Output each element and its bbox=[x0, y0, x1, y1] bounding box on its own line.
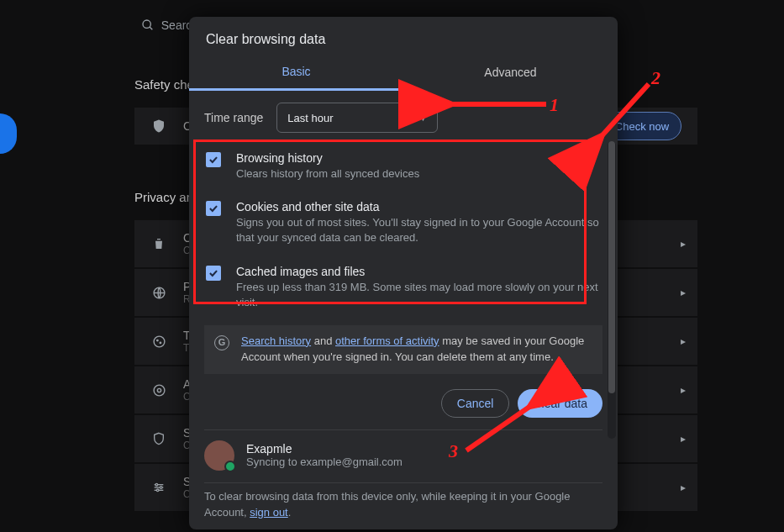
security-icon bbox=[150, 383, 168, 398]
chevron-down-icon: ▼ bbox=[418, 113, 427, 123]
checkbox-cookies[interactable] bbox=[206, 201, 221, 216]
scrollbar[interactable] bbox=[608, 141, 616, 439]
checkbox-browsing-history[interactable] bbox=[206, 152, 221, 167]
tab-basic[interactable]: Basic bbox=[189, 54, 403, 91]
time-range-label: Time range bbox=[204, 111, 263, 124]
tab-advanced[interactable]: Advanced bbox=[403, 54, 618, 91]
avatar bbox=[204, 440, 234, 471]
time-range-row: Time range Last hour ▼ bbox=[204, 103, 602, 133]
option-desc: Frees up less than 319 MB. Some sites ma… bbox=[236, 280, 601, 310]
svg-line-1 bbox=[150, 27, 152, 29]
search-icon bbox=[141, 18, 155, 32]
dialog-title: Clear browsing data bbox=[189, 17, 618, 54]
account-row: Exapmle Syncing to example@gmail.com bbox=[189, 430, 618, 482]
account-name: Exapmle bbox=[246, 442, 403, 456]
time-range-select[interactable]: Last hour ▼ bbox=[276, 103, 438, 133]
dialog-tabs: Basic Advanced bbox=[189, 54, 618, 91]
checkbox-cache[interactable] bbox=[206, 266, 221, 281]
svg-point-8 bbox=[157, 388, 160, 392]
chevron-right-icon: ▸ bbox=[681, 238, 686, 250]
cancel-button[interactable]: Cancel bbox=[441, 389, 510, 418]
account-sync-status: Syncing to example@gmail.com bbox=[246, 456, 403, 468]
google-info-row: G Search history and other forms of acti… bbox=[204, 325, 602, 374]
svg-point-14 bbox=[156, 489, 159, 492]
chevron-right-icon: ▸ bbox=[681, 433, 686, 445]
link-sign-out[interactable]: sign out bbox=[250, 506, 288, 519]
svg-point-0 bbox=[143, 20, 150, 28]
svg-point-13 bbox=[160, 487, 162, 489]
shield-icon bbox=[150, 432, 168, 445]
option-desc: Clears history from all synced devices bbox=[236, 166, 419, 182]
svg-point-6 bbox=[160, 342, 160, 343]
chevron-right-icon: ▸ bbox=[681, 482, 686, 493]
dialog-buttons: Cancel Clear data bbox=[189, 374, 618, 429]
google-icon: G bbox=[214, 335, 229, 350]
option-title: Cached images and files bbox=[236, 265, 601, 278]
option-cookies: Cookies and other site data Signs you ou… bbox=[204, 193, 602, 257]
tune-icon bbox=[150, 481, 168, 494]
sync-status-dot bbox=[224, 461, 236, 472]
time-range-value: Last hour bbox=[287, 112, 333, 124]
cookie-icon bbox=[150, 334, 168, 349]
option-desc: Signs you out of most sites. You'll stay… bbox=[236, 215, 601, 245]
option-title: Browsing history bbox=[236, 151, 419, 165]
svg-point-4 bbox=[154, 336, 165, 347]
footer-note: To clear browsing data from this device … bbox=[189, 483, 618, 532]
svg-point-7 bbox=[154, 385, 165, 396]
svg-point-5 bbox=[156, 340, 157, 340]
option-browsing-history: Browsing history Clears history from all… bbox=[204, 145, 602, 193]
chevron-right-icon: ▸ bbox=[681, 335, 686, 347]
scroll-thumb[interactable] bbox=[608, 141, 615, 393]
clear-data-button[interactable]: Clear data bbox=[518, 389, 602, 418]
option-title: Cookies and other site data bbox=[236, 200, 601, 213]
link-search-history[interactable]: Search history bbox=[241, 334, 311, 347]
svg-point-12 bbox=[155, 483, 158, 486]
trash-icon bbox=[150, 237, 168, 250]
option-cache: Cached images and files Frees up less th… bbox=[204, 258, 602, 322]
sidebar-active-indicator bbox=[0, 113, 17, 154]
dialog-body: Time range Last hour ▼ Browsing history … bbox=[189, 91, 618, 374]
link-other-activity[interactable]: other forms of activity bbox=[335, 334, 439, 347]
shield-icon bbox=[150, 119, 168, 134]
globe-icon bbox=[150, 286, 168, 300]
chevron-right-icon: ▸ bbox=[681, 287, 686, 298]
clear-browsing-data-dialog: Clear browsing data Basic Advanced Time … bbox=[189, 17, 618, 529]
chevron-right-icon: ▸ bbox=[681, 384, 686, 396]
